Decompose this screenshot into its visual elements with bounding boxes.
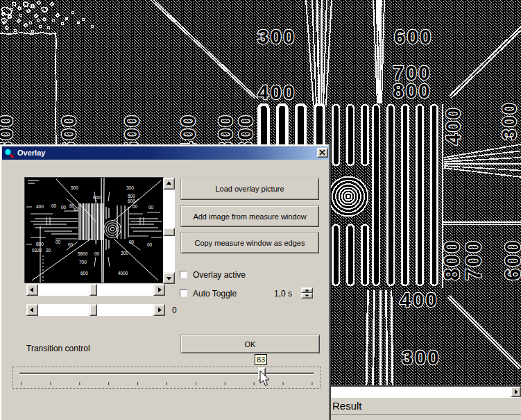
svg-text:400: 400 xyxy=(400,289,438,311)
svg-text:600: 600 xyxy=(93,195,101,200)
svg-text:00: 00 xyxy=(61,205,67,210)
svg-text:00: 00 xyxy=(148,205,154,210)
svg-text:300: 300 xyxy=(126,185,134,190)
svg-text:500: 500 xyxy=(71,185,78,190)
svg-text:800: 800 xyxy=(36,242,44,246)
svg-text:4000: 4000 xyxy=(118,271,128,276)
svg-text:700: 700 xyxy=(461,240,486,280)
svg-text:600: 600 xyxy=(80,271,88,276)
svg-text:20: 20 xyxy=(46,248,51,253)
svg-text:700: 700 xyxy=(79,260,87,264)
svg-text:800: 800 xyxy=(393,80,432,102)
svg-text:00: 00 xyxy=(147,242,153,247)
svg-text:500: 500 xyxy=(128,194,135,199)
svg-text:00: 00 xyxy=(55,240,61,244)
svg-text:300: 300 xyxy=(257,26,296,48)
svg-text:800: 800 xyxy=(440,240,464,280)
svg-text:600: 600 xyxy=(394,26,433,48)
svg-text:00: 00 xyxy=(68,242,74,247)
svg-text:400: 400 xyxy=(257,81,296,103)
svg-text:600: 600 xyxy=(501,240,521,280)
svg-text:0320: 0320 xyxy=(32,248,42,253)
svg-text:00: 00 xyxy=(51,203,57,208)
svg-text:400: 400 xyxy=(442,106,464,145)
svg-text:300: 300 xyxy=(121,251,128,255)
svg-text:00: 00 xyxy=(133,204,138,209)
svg-text:00: 00 xyxy=(94,251,100,256)
svg-text:400: 400 xyxy=(36,204,44,209)
svg-text:5800: 5800 xyxy=(78,251,88,256)
svg-text:300: 300 xyxy=(402,346,441,369)
svg-text:300: 300 xyxy=(498,101,520,140)
